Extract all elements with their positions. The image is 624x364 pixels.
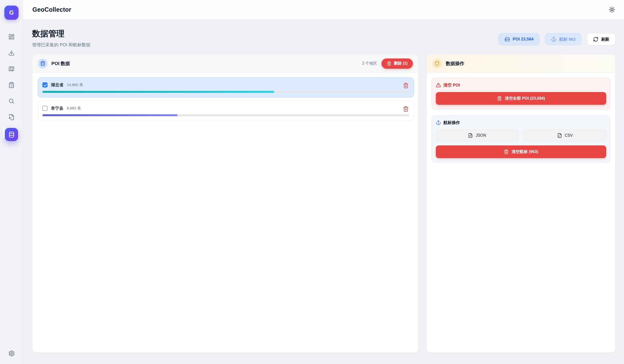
export-json-button[interactable]: JSON [436, 130, 519, 141]
page-title: 数据管理 [32, 28, 90, 39]
poi-panel: POI 数据 2 个地区 删除 (1) 湖北省 [32, 54, 418, 353]
region-name: 阜宁县 [51, 105, 63, 111]
avatar[interactable]: G [4, 6, 19, 20]
region-progress-track [42, 91, 409, 93]
region-count: 2 个地区 [362, 61, 377, 66]
operations-panel-title: 数据操作 [446, 60, 464, 67]
refresh-button[interactable]: 刷新 [587, 33, 616, 45]
delete-region-button[interactable] [402, 105, 410, 113]
poi-count-label: POI 23,584 [513, 37, 534, 42]
anchor-icon [551, 37, 556, 42]
beacon-operations-title: 航标操作 [443, 120, 460, 125]
clipboard-list-icon [8, 82, 15, 88]
layout-dashboard-icon [8, 34, 15, 40]
warning-triangle-icon [436, 83, 441, 88]
export-csv-button[interactable]: CSV [524, 130, 606, 141]
sidebar-item-export[interactable] [6, 112, 17, 122]
beacon-count-label: 航标 963 [559, 37, 575, 42]
region-checkbox[interactable] [42, 82, 48, 87]
search-icon [8, 98, 15, 104]
sidebar-item-data[interactable] [5, 128, 18, 141]
poi-panel-body: 湖北省 14,902 条 阜宁县 [32, 73, 418, 124]
sun-icon [609, 6, 615, 13]
clear-all-poi-button[interactable]: 清空全部 POI (23,584) [436, 92, 606, 105]
app-title: GeoCollector [32, 6, 71, 13]
refresh-icon [593, 37, 598, 42]
trash-icon [497, 96, 502, 101]
sidebar-item-map[interactable] [6, 64, 17, 74]
poi-panel-title: POI 数据 [52, 60, 70, 67]
poi-region-row[interactable]: 湖北省 14,902 条 [38, 77, 414, 97]
map-icon [8, 66, 15, 72]
region-count-value: 14,902 条 [67, 82, 83, 87]
sidebar: G [0, 0, 23, 364]
sidebar-item-tasks[interactable] [6, 80, 17, 90]
page-head: 数据管理 管理已采集的 POI 和航标数据 POI 23,584 航标 963 [32, 28, 616, 48]
database-badge-icon [38, 59, 48, 69]
region-progress-fill [42, 91, 274, 93]
region-count-value: 8,682 条 [67, 106, 81, 111]
poi-count-badge[interactable]: POI 23,584 [498, 33, 540, 45]
panels: POI 数据 2 个地区 删除 (1) 湖北省 [32, 54, 616, 353]
anchor-icon [436, 120, 441, 125]
operations-panel: 数据操作 清空 POI 清空全部 POI (23,584) [427, 54, 616, 353]
gear-icon [8, 350, 15, 357]
trash-icon [387, 61, 391, 66]
database-icon [8, 131, 15, 138]
page-subtitle: 管理已采集的 POI 和航标数据 [32, 42, 90, 48]
operations-panel-header: 数据操作 [427, 55, 615, 73]
sidebar-item-search[interactable] [6, 96, 17, 106]
top-bar: GeoCollector [23, 0, 624, 20]
export-csv-label: CSV [565, 133, 573, 138]
file-output-icon [8, 114, 15, 120]
region-progress-track [42, 114, 409, 116]
delete-selected-label: 删除 (1) [394, 61, 408, 66]
poi-region-row[interactable]: 阜宁县 8,682 条 [38, 101, 414, 121]
sidebar-item-collect[interactable] [6, 48, 17, 58]
trash-icon [403, 106, 409, 112]
theme-toggle-button[interactable] [609, 6, 615, 13]
trash-icon [403, 83, 409, 88]
refresh-label: 刷新 [601, 37, 609, 42]
file-spreadsheet-icon [557, 133, 562, 138]
export-json-label: JSON [476, 133, 486, 138]
clear-poi-title: 清空 POI [443, 82, 460, 88]
delete-selected-button[interactable]: 删除 (1) [382, 58, 413, 69]
poi-panel-header: POI 数据 2 个地区 删除 (1) [32, 55, 418, 73]
clear-beacons-label: 清空航标 (963) [512, 149, 538, 154]
operations-panel-body: 清空 POI 清空全部 POI (23,584) 航标操作 [427, 73, 615, 163]
sidebar-nav [5, 31, 18, 141]
trash-icon [504, 149, 509, 154]
region-progress-fill [42, 114, 178, 116]
hard-drive-icon [505, 37, 510, 42]
clear-all-poi-label: 清空全部 POI (23,584) [505, 96, 545, 101]
sidebar-settings[interactable] [0, 350, 23, 357]
beacon-count-badge[interactable]: 航标 963 [545, 33, 582, 45]
region-name: 湖北省 [51, 82, 63, 88]
sidebar-item-dashboard[interactable] [6, 31, 17, 42]
delete-region-button[interactable] [402, 82, 410, 89]
active-item-indicator [3, 126, 4, 138]
export-buttons: JSON CSV [436, 130, 606, 141]
beacon-operations-card: 航标操作 JSON CSV [432, 115, 610, 163]
toolbar: POI 23,584 航标 963 刷新 [498, 33, 616, 45]
region-checkbox[interactable] [42, 106, 48, 111]
clear-poi-card: 清空 POI 清空全部 POI (23,584) [432, 78, 610, 109]
clear-beacons-button[interactable]: 清空航标 (963) [436, 146, 606, 158]
main-content: 数据管理 管理已采集的 POI 和航标数据 POI 23,584 航标 963 [23, 20, 624, 364]
download-icon [8, 50, 15, 56]
file-json-icon [468, 133, 473, 138]
shield-icon [432, 59, 442, 69]
